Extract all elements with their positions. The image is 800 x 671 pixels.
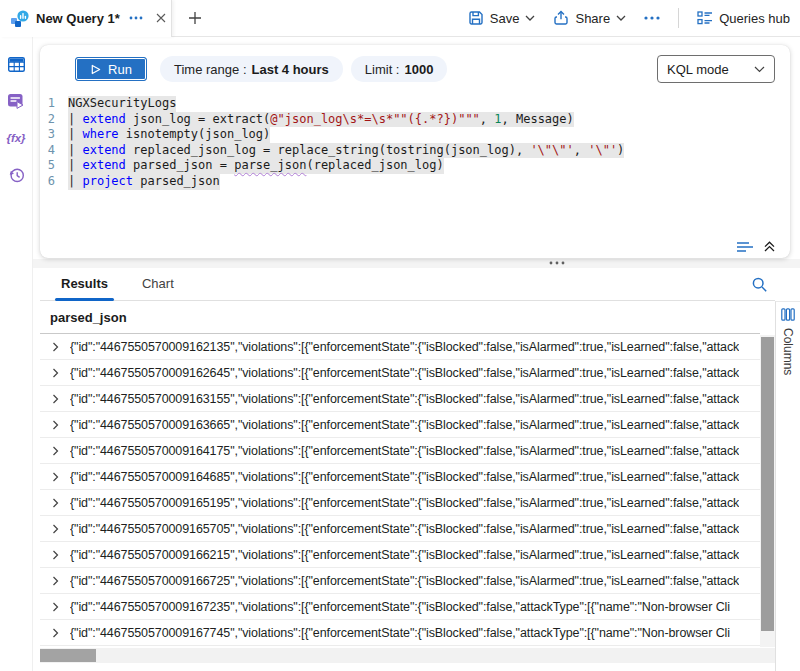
saved-queries-icon[interactable] [4, 91, 28, 111]
row-json-value: {"id":"4467550570009164175","violations"… [70, 444, 739, 458]
code-token: , Message) [502, 112, 574, 126]
code-line: 4 | extend replaced_json_log = replace_s… [40, 143, 790, 159]
save-chevron-down-icon [525, 15, 535, 21]
expand-row-icon[interactable] [40, 498, 70, 508]
tab-more-icon[interactable] [129, 16, 143, 20]
expand-row-icon[interactable] [40, 368, 70, 378]
expand-row-icon[interactable] [40, 394, 70, 404]
table-row[interactable]: {"id":"4467550570009166725","violations"… [40, 568, 760, 594]
line-number: 2 [40, 112, 68, 128]
table-row[interactable]: {"id":"4467550570009165195","violations"… [40, 490, 760, 516]
horizontal-scrollbar [40, 648, 775, 663]
queries-hub-button[interactable]: Queries hub [697, 11, 790, 26]
expand-row-icon[interactable] [40, 628, 70, 638]
table-row[interactable]: {"id":"4467550570009162645","violations"… [40, 360, 760, 386]
table-row[interactable]: {"id":"4467550570009165705","violations"… [40, 516, 760, 542]
expand-row-icon[interactable] [40, 472, 70, 482]
expand-row-icon[interactable] [40, 576, 70, 586]
table-row[interactable]: {"id":"4467550570009166215","violations"… [40, 542, 760, 568]
query-toolbar: Run Time range : Last 4 hours Limit : 10… [40, 45, 790, 83]
results-grid: {"id":"4467550570009162135","violations"… [40, 334, 760, 646]
collapse-editor-icon[interactable] [763, 240, 776, 253]
splitter-drag-handle[interactable] [545, 261, 569, 265]
code-token-keyword: extend [82, 112, 125, 126]
table-row[interactable]: {"id":"4467550570009162135","violations"… [40, 334, 760, 360]
share-label: Share [575, 11, 610, 26]
tables-icon[interactable] [4, 54, 28, 74]
line-number: 4 [40, 143, 68, 159]
limit-value: 1000 [404, 62, 433, 77]
expand-row-icon[interactable] [40, 602, 70, 612]
save-icon [468, 10, 484, 26]
code-token: , [574, 143, 588, 157]
time-range-label: Time range : [174, 62, 247, 77]
code-token: | [68, 143, 82, 157]
time-range-value: Last 4 hours [252, 62, 329, 77]
history-icon[interactable] [4, 165, 28, 185]
vertical-scrollbar [760, 335, 775, 647]
row-json-value: {"id":"4467550570009167745","violations"… [70, 626, 730, 640]
column-header-parsed-json[interactable]: parsed_json [40, 301, 760, 334]
table-row[interactable]: {"id":"4467550570009164685","violations"… [40, 464, 760, 490]
row-json-value: {"id":"4467550570009165705","violations"… [70, 522, 739, 536]
expand-row-icon[interactable] [40, 524, 70, 534]
tab-results[interactable]: Results [51, 268, 118, 300]
run-button[interactable]: Run [75, 57, 147, 81]
document-tab-bar: New Query 1* Save [0, 0, 800, 37]
columns-panel-tab[interactable]: Columns [775, 301, 800, 671]
expand-row-icon[interactable] [40, 342, 70, 352]
adx-query-icon [11, 10, 29, 27]
tab-close-icon[interactable] [154, 11, 168, 25]
query-tab[interactable]: New Query 1* [0, 0, 172, 37]
functions-icon[interactable]: {fx} [4, 128, 28, 148]
code-token: parsed_json [133, 174, 220, 188]
share-button[interactable]: Share [553, 10, 626, 26]
table-row[interactable]: {"id":"4467550570009163665","violations"… [40, 412, 760, 438]
row-json-value: {"id":"4467550570009162645","violations"… [70, 366, 739, 380]
code-token-keyword: extend [82, 158, 125, 172]
play-icon [90, 64, 101, 75]
new-tab-button[interactable] [184, 7, 206, 29]
code-token: | [68, 127, 82, 141]
code-line: 2 | extend json_log = extract(@"json_log… [40, 112, 790, 128]
limit-picker[interactable]: Limit : 1000 [351, 56, 448, 82]
code-token: parsed_json = [126, 158, 234, 172]
share-icon [553, 10, 569, 26]
tab-chart[interactable]: Chart [132, 268, 184, 300]
left-icon-rail: {fx} [0, 37, 33, 671]
queries-hub-label: Queries hub [719, 11, 790, 26]
pane-splitter [33, 259, 800, 268]
code-token: replaced_json_log = replace_string(tostr… [126, 143, 531, 157]
row-json-value: {"id":"4467550570009163665","violations"… [70, 418, 739, 432]
header-actions: Save Share [468, 8, 800, 28]
expand-row-icon[interactable] [40, 420, 70, 430]
expand-row-icon[interactable] [40, 446, 70, 456]
code-line: 6 | project parsed_json [40, 174, 790, 190]
header-divider [678, 8, 679, 28]
search-icon[interactable] [751, 276, 768, 293]
save-button[interactable]: Save [468, 10, 536, 26]
code-token: | [68, 112, 82, 126]
row-json-value: {"id":"4467550570009167235","violations"… [70, 600, 730, 614]
more-actions-icon[interactable] [644, 16, 660, 20]
table-row[interactable]: {"id":"4467550570009163155","violations"… [40, 386, 760, 412]
editor-footer-icons [736, 240, 776, 253]
table-row[interactable]: {"id":"4467550570009164175","violations"… [40, 438, 760, 464]
vertical-scrollbar-thumb[interactable] [761, 337, 774, 631]
expand-results-lines-icon[interactable] [736, 241, 754, 253]
code-token: ) [617, 143, 624, 157]
horizontal-scrollbar-thumb[interactable] [40, 649, 96, 662]
code-token: , [480, 112, 494, 126]
time-range-picker[interactable]: Time range : Last 4 hours [160, 56, 343, 82]
share-chevron-down-icon [616, 15, 626, 21]
kql-code-editor[interactable]: 1 NGXSecurityLogs 2 | extend json_log = … [40, 96, 790, 190]
expand-row-icon[interactable] [40, 550, 70, 560]
table-row[interactable]: {"id":"4467550570009167235","violations"… [40, 594, 760, 620]
save-label: Save [490, 11, 520, 26]
code-token-string: '\"\"' [530, 143, 573, 157]
code-token: | [68, 174, 82, 188]
query-mode-select[interactable]: KQL mode [657, 55, 775, 83]
table-row[interactable]: {"id":"4467550570009167745","violations"… [40, 620, 760, 646]
code-token: json_log = extract( [126, 112, 271, 126]
tab-title: New Query 1* [36, 11, 120, 26]
